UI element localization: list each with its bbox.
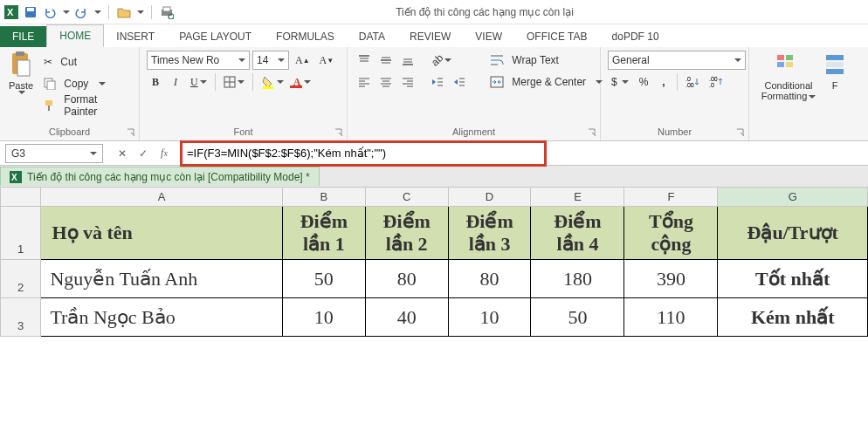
cell-A3[interactable]: Trần Ngọc Bảo	[41, 298, 283, 337]
formula-input[interactable]: =IF(F3=MIN($F$2:$F$6);"Kém nhất";"")	[180, 144, 868, 163]
open-icon[interactable]	[116, 4, 132, 20]
fill-color-button[interactable]	[258, 72, 287, 92]
copy-dropdown-icon[interactable]	[99, 82, 106, 85]
underline-button[interactable]: U	[187, 72, 210, 92]
font-color-button[interactable]: A	[290, 72, 315, 92]
percent-format-button[interactable]: %	[635, 72, 652, 92]
redo-dropdown-icon[interactable]	[94, 10, 101, 14]
col-header-C[interactable]: C	[365, 188, 448, 207]
font-name-combo[interactable]: Times New Ro	[147, 51, 250, 70]
tab-page-layout[interactable]: PAGE LAYOUT	[167, 26, 264, 47]
worksheet[interactable]: A B C D E F G 1 Họ và tên Điểm lần 1 Điể…	[0, 187, 868, 337]
paste-button[interactable]: Paste	[7, 51, 35, 94]
align-left-button[interactable]	[355, 72, 374, 92]
tab-file[interactable]: FILE	[0, 26, 46, 47]
comma-format-button[interactable]: ,	[655, 72, 672, 92]
cell-D2[interactable]: 80	[448, 260, 531, 298]
col-header-F[interactable]: F	[624, 188, 718, 207]
row-header-2[interactable]: 2	[1, 260, 41, 298]
col-header-A[interactable]: A	[41, 188, 283, 207]
number-format-combo[interactable]: General	[608, 51, 746, 70]
undo-dropdown-icon[interactable]	[63, 10, 70, 14]
align-middle-button[interactable]	[376, 51, 396, 70]
name-box[interactable]: G3	[5, 144, 103, 163]
align-center-button[interactable]	[376, 72, 396, 92]
cell-B2[interactable]: 50	[282, 260, 365, 298]
tab-view[interactable]: VIEW	[463, 26, 514, 47]
col-header-G[interactable]: G	[718, 188, 868, 207]
svg-rect-3	[27, 8, 34, 11]
col-header-B[interactable]: B	[282, 188, 365, 207]
borders-button[interactable]	[220, 72, 248, 92]
enter-formula-button[interactable]: ✓	[133, 144, 154, 163]
tab-insert[interactable]: INSERT	[104, 26, 167, 47]
cut-button[interactable]: ✂ Cut	[40, 52, 136, 72]
merge-center-button[interactable]: Merge & Center	[486, 72, 609, 92]
cell-G2[interactable]: Tốt nhất	[718, 260, 868, 298]
row-header-3[interactable]: 3	[1, 298, 41, 337]
cell-G3[interactable]: Kém nhất	[718, 298, 868, 337]
redo-icon[interactable]	[73, 4, 89, 20]
clipboard-dialog-launcher[interactable]	[127, 128, 135, 137]
tab-review[interactable]: REVIEW	[397, 26, 463, 47]
tab-home[interactable]: HOME	[46, 24, 104, 47]
col-header-E[interactable]: E	[531, 188, 624, 207]
format-as-table-button[interactable]: F	[826, 51, 844, 91]
decrease-indent-button[interactable]	[428, 72, 447, 92]
accounting-format-button[interactable]: $	[608, 72, 632, 92]
cancel-formula-button[interactable]: ✕	[112, 144, 133, 163]
italic-button[interactable]: I	[167, 72, 184, 92]
alignment-dialog-launcher[interactable]	[588, 128, 596, 137]
font-dialog-launcher[interactable]	[334, 128, 343, 137]
cell-E2[interactable]: 180	[531, 260, 624, 298]
tab-office-tab[interactable]: OFFICE TAB	[514, 26, 600, 47]
cell-F1[interactable]: Tổng cộng	[624, 207, 718, 260]
cell-E3[interactable]: 50	[531, 298, 624, 337]
svg-rect-55	[786, 55, 793, 60]
tab-formulas[interactable]: FORMULAS	[264, 26, 347, 47]
increase-font-button[interactable]: A▲	[292, 51, 313, 70]
tab-data[interactable]: DATA	[347, 26, 397, 47]
cell-D3[interactable]: 10	[448, 298, 531, 337]
align-right-button[interactable]	[398, 72, 417, 92]
undo-icon[interactable]	[42, 4, 58, 20]
tab-dopdf[interactable]: doPDF 10	[600, 26, 672, 47]
svg-rect-17	[263, 86, 273, 89]
number-dialog-launcher[interactable]	[736, 128, 745, 137]
conditional-formatting-button[interactable]: ConditionalFormatting	[756, 51, 821, 101]
print-preview-icon[interactable]	[159, 4, 175, 20]
document-tab[interactable]: X Tiến độ thi công các hạng mục còn lại …	[0, 167, 320, 186]
open-dropdown-icon[interactable]	[137, 10, 144, 14]
paste-dropdown-icon[interactable]	[18, 91, 25, 94]
cell-E1[interactable]: Điểm lần 4	[531, 207, 624, 260]
select-all-corner[interactable]	[1, 188, 41, 207]
cell-B1[interactable]: Điểm lần 1	[282, 207, 365, 260]
cell-A1[interactable]: Họ và tên	[41, 207, 283, 260]
cell-B3[interactable]: 10	[282, 298, 365, 337]
align-top-button[interactable]	[355, 51, 374, 70]
decrease-decimal-button[interactable]: .00.0	[706, 72, 727, 92]
cell-A2[interactable]: Nguyễn Tuấn Anh	[41, 260, 283, 298]
excel-icon[interactable]: X	[3, 4, 19, 20]
cell-C2[interactable]: 80	[365, 260, 448, 298]
save-icon[interactable]	[23, 4, 38, 20]
increase-indent-button[interactable]	[450, 72, 469, 92]
cell-F2[interactable]: 390	[624, 260, 718, 298]
cell-C1[interactable]: Điểm lần 2	[365, 207, 448, 260]
copy-button[interactable]: Copy	[40, 74, 136, 93]
cell-D1[interactable]: Điểm lần 3	[448, 207, 531, 260]
align-bottom-button[interactable]	[398, 51, 417, 70]
cell-G1[interactable]: Đậu/Trượt	[718, 207, 868, 260]
format-painter-button[interactable]: Format Painter	[40, 96, 136, 115]
wrap-text-button[interactable]: Wrap Text	[486, 51, 591, 70]
cell-C3[interactable]: 40	[365, 298, 448, 337]
font-size-combo[interactable]: 14	[252, 51, 289, 70]
orientation-button[interactable]: ab	[428, 51, 455, 70]
decrease-font-button[interactable]: A▼	[316, 51, 338, 70]
insert-function-button[interactable]: fx	[154, 144, 175, 163]
row-header-1[interactable]: 1	[1, 207, 41, 260]
increase-decimal-button[interactable]: .0.00	[682, 72, 703, 92]
cell-F3[interactable]: 110	[624, 298, 718, 337]
bold-button[interactable]: B	[147, 72, 164, 92]
col-header-D[interactable]: D	[448, 188, 531, 207]
